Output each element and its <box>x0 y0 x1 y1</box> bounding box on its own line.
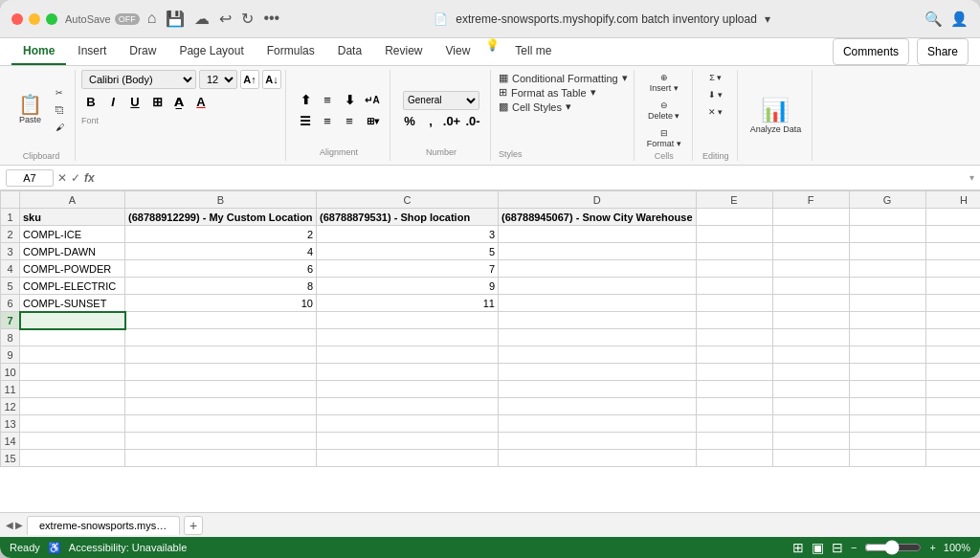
cell-a8[interactable] <box>20 329 125 346</box>
cell-h5[interactable] <box>925 278 980 295</box>
cell-f3[interactable] <box>772 243 849 260</box>
cell-g5[interactable] <box>849 278 925 295</box>
cell-c7[interactable] <box>317 312 499 329</box>
cell-d2[interactable] <box>499 226 697 243</box>
tab-page-layout[interactable]: Page Layout <box>167 38 255 65</box>
format-painter-button[interactable]: 🖌 <box>51 120 69 135</box>
more-icon[interactable]: ••• <box>263 10 279 28</box>
comma-button[interactable]: , <box>421 112 440 131</box>
col-header-a[interactable]: A <box>20 191 125 209</box>
align-bottom-button[interactable]: ⬇ <box>340 91 359 110</box>
sheet-nav-prev[interactable]: ◀ <box>6 520 13 530</box>
cell-f4[interactable] <box>772 260 849 278</box>
wrap-text-button[interactable]: ↵A <box>363 91 382 110</box>
fill-color-button[interactable]: A̲ <box>169 92 189 111</box>
col-header-e[interactable]: E <box>696 191 772 209</box>
format-table-button[interactable]: ⊞ Format as Table ▾ <box>499 86 628 99</box>
cell-g2[interactable] <box>849 226 925 243</box>
align-middle-button[interactable]: ≡ <box>318 91 337 110</box>
redo-icon[interactable]: ↻ <box>241 10 254 28</box>
align-center-button[interactable]: ≡ <box>318 112 337 131</box>
cell-b2[interactable]: 2 <box>125 226 317 243</box>
decrease-font-button[interactable]: A↓ <box>262 70 281 89</box>
cell-h2[interactable] <box>925 226 980 243</box>
cell-b5[interactable]: 8 <box>125 278 317 295</box>
cell-b1[interactable]: (68788912299) - My Custom Location <box>125 209 317 226</box>
cell-b3[interactable]: 4 <box>125 243 317 260</box>
tab-tell-me[interactable]: Tell me <box>503 38 563 65</box>
normal-view-icon[interactable]: ⊞ <box>792 540 804 555</box>
italic-button[interactable]: I <box>103 92 122 111</box>
cell-a3[interactable]: COMPL-DAWN <box>20 243 125 260</box>
cell-d6[interactable] <box>499 295 697 312</box>
sheet-table-container[interactable]: A B C D E F G H 1 sku (687889 <box>0 190 980 512</box>
cell-b4[interactable]: 6 <box>125 260 317 278</box>
page-layout-view-icon[interactable]: ▣ <box>812 540 824 555</box>
col-header-f[interactable]: F <box>772 191 849 209</box>
cloud-icon[interactable]: ☁ <box>194 10 210 28</box>
tab-home[interactable]: Home <box>11 38 66 65</box>
col-header-g[interactable]: G <box>849 191 925 209</box>
font-name-select[interactable]: Calibri (Body) <box>81 70 196 89</box>
cell-c2[interactable]: 3 <box>317 226 499 243</box>
cell-e3[interactable] <box>696 243 772 260</box>
copy-button[interactable]: ⿻ <box>51 102 69 118</box>
cell-h4[interactable] <box>925 260 980 278</box>
cell-d3[interactable] <box>499 243 697 260</box>
percent-button[interactable]: % <box>400 112 419 131</box>
cell-f6[interactable] <box>772 295 849 312</box>
cell-d5[interactable] <box>499 278 697 295</box>
cell-d1[interactable]: (68788945067) - Snow City Warehouse <box>499 209 697 226</box>
col-header-c[interactable]: C <box>317 191 499 209</box>
search-icon[interactable]: 🔍 <box>924 11 943 28</box>
cell-c5[interactable]: 9 <box>317 278 499 295</box>
tab-formulas[interactable]: Formulas <box>256 38 326 65</box>
share-button[interactable]: Share <box>917 38 969 65</box>
cell-f1[interactable] <box>772 209 849 226</box>
delete-cells-button[interactable]: ⊖ Delete ▾ <box>643 98 685 123</box>
tab-data[interactable]: Data <box>326 38 373 65</box>
file-chevron[interactable]: ▾ <box>765 12 770 26</box>
undo-icon[interactable]: ↩ <box>219 10 232 28</box>
fill-button[interactable]: ⬇ ▾ <box>701 87 731 102</box>
page-break-view-icon[interactable]: ⊟ <box>832 540 843 555</box>
col-header-b[interactable]: B <box>125 191 317 209</box>
clear-button[interactable]: ✕ ▾ <box>701 104 731 120</box>
cell-styles-button[interactable]: ▩ Cell Styles ▾ <box>499 100 628 113</box>
cell-e2[interactable] <box>696 226 772 243</box>
tab-review[interactable]: Review <box>373 38 434 65</box>
cell-c6[interactable]: 11 <box>317 295 499 312</box>
tab-view[interactable]: View <box>434 38 482 65</box>
cell-b6[interactable]: 10 <box>125 295 317 312</box>
sheet-tab-main[interactable]: extreme-snowsports.myshopify.co <box>27 516 180 535</box>
cell-reference-input[interactable]: A7 <box>6 169 54 187</box>
format-cells-button[interactable]: ⊟ Format ▾ <box>642 125 686 151</box>
cell-f7[interactable] <box>772 312 849 329</box>
tab-insert[interactable]: Insert <box>66 38 118 65</box>
cell-g1[interactable] <box>849 209 925 226</box>
conditional-formatting-button[interactable]: ▦ Conditional Formatting ▾ <box>499 72 628 84</box>
number-format-select[interactable]: General <box>403 91 479 110</box>
cell-a4[interactable]: COMPL-POWDER <box>20 260 125 278</box>
cell-b7[interactable] <box>125 312 317 329</box>
cell-g4[interactable] <box>849 260 925 278</box>
cell-e5[interactable] <box>696 278 772 295</box>
cell-e4[interactable] <box>696 260 772 278</box>
zoom-in-icon[interactable]: + <box>929 542 935 553</box>
cell-f2[interactable] <box>772 226 849 243</box>
bold-button[interactable]: B <box>81 92 100 111</box>
borders-button[interactable]: ⊞ <box>147 92 167 111</box>
cell-a7[interactable] <box>20 312 125 329</box>
cell-d4[interactable] <box>499 260 697 278</box>
cut-button[interactable]: ✂ <box>51 85 69 100</box>
align-left-button[interactable]: ☰ <box>296 112 315 131</box>
font-color-button[interactable]: A <box>191 92 211 111</box>
formula-cancel-icon[interactable]: ✕ <box>57 171 67 185</box>
cell-h7[interactable] <box>925 312 980 329</box>
cell-a1[interactable]: sku <box>20 209 125 226</box>
underline-button[interactable]: U <box>125 92 145 111</box>
cell-h6[interactable] <box>925 295 980 312</box>
increase-font-button[interactable]: A↑ <box>240 70 259 89</box>
autosave-toggle[interactable]: OFF <box>115 13 140 25</box>
align-right-button[interactable]: ≡ <box>340 112 359 131</box>
